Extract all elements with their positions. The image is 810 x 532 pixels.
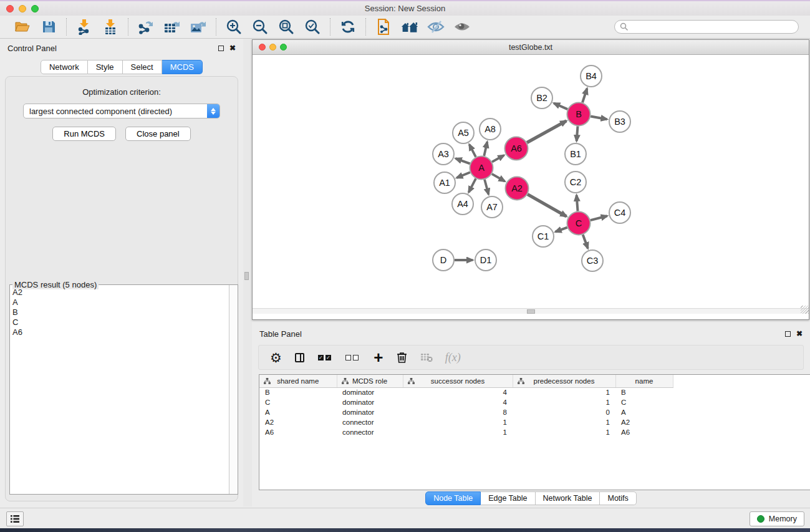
open-session-icon[interactable] bbox=[14, 19, 31, 35]
tab-edge-table[interactable]: Edge Table bbox=[481, 491, 535, 505]
divider-grip[interactable] bbox=[244, 272, 249, 280]
graph-edge-A-A8[interactable] bbox=[484, 142, 487, 155]
search-field[interactable] bbox=[614, 20, 799, 34]
home-views-icon[interactable] bbox=[401, 19, 418, 35]
show-view-icon[interactable] bbox=[453, 19, 471, 35]
table-row[interactable]: Adominator80A bbox=[259, 407, 810, 417]
graph-edge-A-A4[interactable] bbox=[469, 178, 476, 192]
close-panel-button[interactable]: Close panel bbox=[125, 127, 191, 141]
col-header-mcds-role[interactable]: MCDS role bbox=[337, 375, 403, 387]
zoom-selected-icon[interactable] bbox=[304, 19, 321, 35]
run-mcds-button[interactable]: Run MCDS bbox=[52, 127, 116, 141]
tab-style[interactable]: Style bbox=[88, 60, 123, 74]
network-overview-icon[interactable] bbox=[375, 19, 392, 35]
mcds-result-item[interactable]: B bbox=[12, 307, 229, 317]
graph-edge-A6-B[interactable] bbox=[527, 121, 566, 143]
tab-network-table[interactable]: Network Table bbox=[536, 491, 600, 505]
graph-node-A5[interactable]: A5 bbox=[453, 122, 474, 143]
table-row[interactable]: A6connector11A6 bbox=[259, 427, 810, 437]
hide-view-icon[interactable] bbox=[427, 19, 445, 35]
float-table-panel-icon[interactable] bbox=[785, 331, 791, 337]
graph-node-A1[interactable]: A1 bbox=[434, 172, 455, 193]
network-hscroll-thumb[interactable] bbox=[527, 309, 535, 314]
graph-node-A3[interactable]: A3 bbox=[433, 143, 454, 165]
refresh-layout-icon[interactable] bbox=[339, 19, 357, 35]
table-row[interactable]: Cdominator41C bbox=[259, 397, 810, 407]
graph-node-C1[interactable]: C1 bbox=[533, 226, 554, 247]
col-header-name[interactable]: name bbox=[615, 375, 673, 387]
graph-node-B4[interactable]: B4 bbox=[581, 65, 602, 87]
graph-edge-B-B1[interactable] bbox=[577, 126, 578, 141]
graph-node-A8[interactable]: A8 bbox=[480, 118, 501, 140]
col-header-predecessor-nodes[interactable]: predecessor nodes bbox=[513, 375, 615, 387]
graph-node-B2[interactable]: B2 bbox=[531, 87, 552, 109]
graph-edge-C-C4[interactable] bbox=[591, 216, 607, 220]
export-image-icon[interactable] bbox=[190, 19, 207, 35]
window-resize-grip[interactable] bbox=[801, 306, 809, 314]
table-row[interactable]: A2connector11A2 bbox=[259, 417, 810, 427]
tab-node-table[interactable]: Node Table bbox=[425, 491, 481, 505]
import-network-icon[interactable] bbox=[75, 19, 93, 35]
tab-motifs[interactable]: Motifs bbox=[600, 491, 636, 505]
graph-edge-B-B3[interactable] bbox=[591, 116, 607, 119]
graph-edge-B-B2[interactable] bbox=[554, 103, 567, 109]
graph-edge-C-C3[interactable] bbox=[583, 235, 588, 248]
graph-node-A[interactable]: A bbox=[470, 157, 493, 180]
split-pane-divider[interactable] bbox=[243, 39, 252, 506]
select-all-columns-icon[interactable]: ✓✓ bbox=[318, 355, 333, 360]
tab-mcds[interactable]: MCDS bbox=[162, 60, 203, 74]
graph-node-C3[interactable]: C3 bbox=[582, 250, 603, 271]
tab-select[interactable]: Select bbox=[123, 60, 162, 74]
graph-node-D1[interactable]: D1 bbox=[475, 249, 496, 271]
graph-edge-C-C2[interactable] bbox=[577, 195, 578, 211]
close-table-panel-icon[interactable]: ✖ bbox=[796, 330, 803, 337]
graph-node-B3[interactable]: B3 bbox=[609, 111, 630, 132]
tab-network[interactable]: Network bbox=[41, 60, 88, 74]
export-network-icon[interactable] bbox=[137, 19, 155, 35]
table-options-gear-icon[interactable]: ⚙ bbox=[270, 351, 282, 364]
graph-node-C[interactable]: C bbox=[567, 212, 591, 235]
graph-edge-A-A1[interactable] bbox=[456, 172, 470, 178]
zoom-out-icon[interactable] bbox=[251, 19, 269, 35]
show-columns-icon[interactable] bbox=[294, 353, 306, 362]
task-history-button[interactable] bbox=[6, 511, 24, 526]
graph-edge-C-C1[interactable] bbox=[556, 228, 567, 232]
zoom-in-icon[interactable] bbox=[225, 19, 243, 35]
import-table-icon[interactable] bbox=[102, 19, 119, 35]
col-header-shared-name[interactable]: shared name bbox=[259, 375, 337, 387]
graph-edge-B-B4[interactable] bbox=[582, 89, 587, 103]
close-panel-icon[interactable]: ✖ bbox=[229, 44, 236, 52]
graph-node-B[interactable]: B bbox=[567, 103, 591, 126]
network-window-titlebar[interactable]: testGlobe.txt bbox=[253, 40, 809, 55]
graph-edge-A2-C[interactable] bbox=[528, 195, 566, 216]
zoom-fit-icon[interactable] bbox=[277, 19, 295, 35]
graph-node-A4[interactable]: A4 bbox=[452, 193, 473, 215]
table-row[interactable]: Bdominator41B bbox=[259, 387, 810, 397]
graph-node-C4[interactable]: C4 bbox=[609, 202, 630, 223]
mcds-result-list[interactable]: A2ABCA6 bbox=[10, 286, 229, 494]
graph-node-A2[interactable]: A2 bbox=[506, 177, 529, 200]
search-input[interactable] bbox=[629, 22, 793, 31]
graph-node-A7[interactable]: A7 bbox=[481, 196, 503, 218]
graph-edge-A-A2[interactable] bbox=[492, 174, 505, 181]
mcds-result-item[interactable]: A6 bbox=[12, 327, 229, 337]
mcds-result-item[interactable]: C bbox=[12, 317, 229, 327]
memory-button[interactable]: Memory bbox=[750, 511, 804, 526]
graph-edge-A-A6[interactable] bbox=[492, 155, 504, 162]
criterion-select[interactable]: largest connected component (directed) bbox=[23, 104, 220, 118]
deselect-all-columns-icon[interactable] bbox=[345, 355, 360, 360]
graph-node-A6[interactable]: A6 bbox=[505, 137, 528, 160]
add-column-icon[interactable]: + bbox=[373, 351, 384, 364]
delete-columns-icon[interactable] bbox=[397, 351, 408, 364]
graph-node-B1[interactable]: B1 bbox=[565, 143, 586, 165]
graph-node-D[interactable]: D bbox=[433, 249, 454, 271]
graph-edge-A-A5[interactable] bbox=[470, 145, 476, 157]
mcds-result-item[interactable]: A bbox=[12, 297, 229, 307]
graph-edge-A-A7[interactable] bbox=[485, 180, 488, 195]
save-session-icon[interactable] bbox=[40, 19, 57, 35]
export-table-icon[interactable] bbox=[163, 19, 181, 35]
float-window-icon[interactable] bbox=[218, 46, 224, 51]
col-header-successor-nodes[interactable]: successor nodes bbox=[403, 375, 513, 387]
network-hscrollbar[interactable] bbox=[253, 308, 809, 314]
graph-node-C2[interactable]: C2 bbox=[565, 172, 586, 193]
